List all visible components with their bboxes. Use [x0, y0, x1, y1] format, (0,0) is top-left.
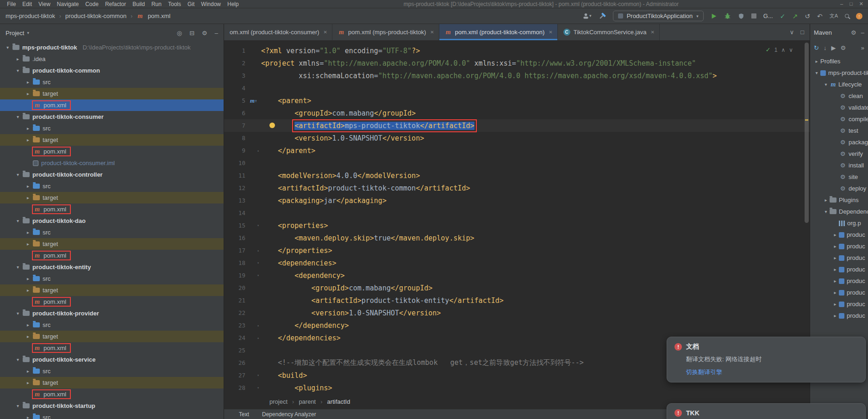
tree-row[interactable]: ▸src: [0, 227, 224, 238]
maven-tree-row[interactable]: ⚙deploy: [810, 183, 868, 194]
close-icon[interactable]: ✕: [324, 30, 327, 35]
chevron-right-icon[interactable]: ▸: [24, 415, 32, 419]
editor-breadcrumb-item[interactable]: artifactId: [327, 398, 350, 405]
fold-marker-icon[interactable]: ▾: [257, 261, 261, 265]
tree-row[interactable]: mpom.xml: [0, 250, 224, 261]
commit-check-icon[interactable]: ✓: [780, 13, 786, 19]
chevron-right-icon[interactable]: ▸: [831, 278, 839, 283]
maven-settings-gear-icon[interactable]: ⚙: [851, 29, 856, 36]
tree-row[interactable]: ▸src: [0, 180, 224, 192]
chevron-right-icon[interactable]: ▸: [24, 322, 32, 327]
close-icon[interactable]: ✕: [549, 30, 552, 35]
menu-edit[interactable]: Edit: [19, 1, 35, 7]
breadcrumb-item[interactable]: product-tiktok-common: [65, 12, 126, 19]
split-editor-icon[interactable]: □: [800, 29, 804, 36]
chevron-down-icon[interactable]: ▾: [14, 311, 22, 316]
chevron-down-icon[interactable]: ▾: [14, 357, 22, 362]
maven-tree-row[interactable]: ⚙validate: [810, 102, 868, 113]
maven-tree-row[interactable]: ⚙test: [810, 125, 868, 136]
editor-tab[interactable]: CTiktokCommonService.java✕: [558, 24, 660, 40]
chevron-down-icon[interactable]: ▾: [14, 265, 22, 270]
chevron-right-icon[interactable]: ▸: [831, 232, 839, 237]
maven-tree-row[interactable]: ▸produc: [810, 275, 868, 287]
tree-row[interactable]: ▾product-tiktok-controller: [0, 169, 224, 180]
tree-row[interactable]: product-tiktok-consumer.iml: [0, 157, 224, 169]
tree-row[interactable]: ▸src: [0, 365, 224, 377]
chevron-right-icon[interactable]: ▸: [831, 313, 839, 318]
tree-row[interactable]: ▸target: [0, 88, 224, 99]
menu-view[interactable]: View: [35, 1, 54, 7]
editor-tab[interactable]: mpom.xml (product-tiktok-common)✕: [439, 24, 558, 40]
tree-row[interactable]: ▾product-tiktok-provider: [0, 308, 224, 319]
maven-tree-row[interactable]: ▸produc: [810, 229, 868, 240]
breadcrumb-item[interactable]: pom.xml: [148, 12, 170, 19]
maven-tree-row[interactable]: ▸Profiles: [810, 55, 868, 67]
user-icon[interactable]: ▾: [582, 12, 592, 19]
fold-marker-icon[interactable]: ▾: [257, 273, 261, 277]
fold-marker-icon[interactable]: ▾: [257, 223, 261, 228]
chevron-down-icon[interactable]: ▾: [813, 70, 820, 75]
maven-tree-row[interactable]: ▾mLifecycle: [810, 79, 868, 90]
maven-tree-row[interactable]: org.p: [810, 217, 868, 229]
tree-row[interactable]: ▸src: [0, 76, 224, 88]
chevron-right-icon[interactable]: ▸: [14, 56, 22, 62]
tree-row[interactable]: mpom.xml: [0, 388, 224, 400]
maven-hide-panel-icon[interactable]: –: [861, 29, 864, 36]
git-widget[interactable]: G...: [763, 13, 773, 19]
collapse-all-icon[interactable]: ⊟: [189, 30, 194, 37]
debug-button[interactable]: [724, 12, 731, 19]
chevron-right-icon[interactable]: ▸: [24, 195, 32, 200]
editor-breadcrumb-item[interactable]: project: [269, 398, 287, 405]
fold-marker-icon[interactable]: ▴: [257, 323, 261, 327]
locate-file-icon[interactable]: ◎: [177, 30, 182, 37]
maven-run-icon[interactable]: ▶: [831, 44, 836, 51]
inspections-widget[interactable]: ✓ 1 ∧ ∨: [766, 46, 793, 53]
tree-row[interactable]: ▸target: [0, 192, 224, 203]
menu-refactor[interactable]: Refactor: [102, 1, 129, 7]
menu-code[interactable]: Code: [82, 1, 102, 7]
chevron-right-icon[interactable]: ▸: [831, 290, 839, 295]
maven-tree-row[interactable]: ▾mps-product-tiktok: [810, 67, 868, 79]
chevron-right-icon[interactable]: ▸: [24, 288, 32, 293]
tree-row[interactable]: ▸target: [0, 377, 224, 388]
chevron-right-icon[interactable]: ▸: [831, 302, 839, 307]
tree-row[interactable]: mpom.xml: [0, 99, 224, 111]
tree-row[interactable]: ▾product-tiktok-common: [0, 65, 224, 76]
history-icon[interactable]: ↺: [805, 13, 810, 19]
tree-row[interactable]: mpom.xml: [0, 342, 224, 354]
breadcrumb-item[interactable]: mps-product-tiktok: [6, 12, 55, 19]
bottom-tab-text[interactable]: Text: [239, 411, 249, 418]
editor-tab[interactable]: om.xml (product-tiktok-consumer)✕: [224, 24, 332, 40]
menu-build[interactable]: Build: [129, 1, 148, 7]
menu-run[interactable]: Run: [148, 1, 165, 7]
search-icon[interactable]: [845, 14, 849, 18]
chevron-right-icon[interactable]: ▸: [24, 137, 32, 142]
maven-tree-row[interactable]: ⚙compile: [810, 113, 868, 125]
chevron-right-icon[interactable]: ▸: [831, 244, 839, 249]
stop-button[interactable]: [751, 13, 756, 18]
tree-row[interactable]: ▸target: [0, 284, 224, 296]
editor-tab[interactable]: mpom.xml (mps-product-tiktok)✕: [332, 24, 439, 40]
tree-row[interactable]: ▾product-tiktok-startup: [0, 400, 224, 412]
tab-list-dropdown-icon[interactable]: ∨: [790, 29, 794, 36]
maven-parent-icon[interactable]: m: [250, 97, 255, 105]
chevron-right-icon[interactable]: ▸: [24, 91, 32, 96]
maven-tree-row[interactable]: ⚙site: [810, 171, 868, 183]
menu-tools[interactable]: Tools: [165, 1, 184, 7]
chevron-right-icon[interactable]: ▸: [24, 369, 32, 374]
maven-tree-row[interactable]: ▸produc: [810, 240, 868, 252]
tree-row[interactable]: ▸target: [0, 238, 224, 250]
coverage-button[interactable]: [738, 13, 744, 19]
tree-row[interactable]: ▸src: [0, 412, 224, 419]
tree-row[interactable]: ▸target: [0, 134, 224, 146]
warning-stripe-mark[interactable]: [805, 119, 808, 121]
maven-tree-row[interactable]: ▸produc: [810, 264, 868, 275]
project-panel-title[interactable]: Project: [6, 30, 24, 37]
run-button[interactable]: [711, 13, 717, 19]
menu-window[interactable]: Window: [198, 1, 224, 7]
update-badge-icon[interactable]: ↑: [856, 13, 862, 19]
intention-bulb-icon[interactable]: [269, 123, 275, 128]
chevron-down-icon[interactable]: ▾: [14, 218, 22, 223]
maven-tree-row[interactable]: ▸produc: [810, 298, 868, 310]
tree-row[interactable]: ▾mps-product-tiktokD:\IdeaProjects\tikto…: [0, 42, 224, 53]
